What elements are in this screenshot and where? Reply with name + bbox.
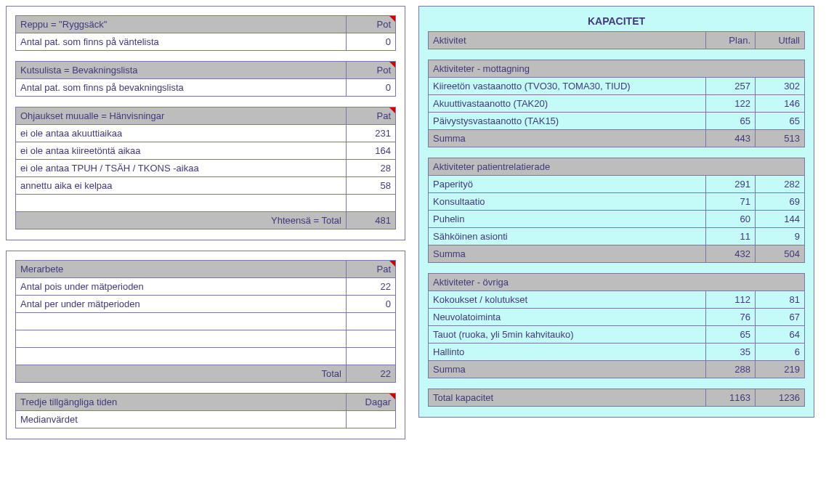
kap-sum-ut: 513 [756, 130, 805, 147]
kap-col-plan: Plan. [706, 32, 756, 49]
kap-total-ut: 1236 [756, 389, 805, 407]
kap-row-plan: 11 [706, 228, 756, 245]
kap-total-plan: 1163 [706, 389, 756, 407]
kap-row-plan: 65 [706, 326, 756, 344]
kap-row-plan: 65 [706, 113, 756, 130]
ohj-row-val: 58 [347, 177, 396, 195]
kapacitet-title: KAPACITET [428, 15, 805, 27]
table-kap-sec3: Aktiviteter - övriga Kokoukset / kolutuk… [428, 273, 805, 378]
kap-col-akt: Aktivitet [429, 32, 706, 49]
kap-row-label: Puhelin [429, 211, 706, 228]
kap-sum-plan: 443 [706, 130, 756, 147]
kap-row-ut: 6 [756, 344, 805, 361]
tredje-title: Tredje tillgängliga tiden [16, 394, 347, 411]
kap-row-plan: 122 [706, 95, 756, 113]
kap-sum-ut: 504 [756, 245, 805, 263]
tredje-col: Dagar [347, 394, 396, 411]
kap-sum-label: Summa [429, 130, 706, 147]
kap-row-label: Paperityö [429, 176, 706, 193]
table-kutsu: Kutsulista = Bevakningslista Pot Antal p… [15, 61, 396, 97]
kap-row-ut: 302 [756, 78, 805, 95]
ohj-col: Pat [347, 107, 396, 125]
kutsu-row-val: 0 [347, 79, 396, 97]
mer-row-val: 22 [347, 278, 396, 296]
kap-row-label: Tauot (ruoka, yli 5min kahvitauko) [429, 326, 706, 344]
kap-sum-label: Summa [429, 245, 706, 263]
kap-row-plan: 60 [706, 211, 756, 228]
table-mer: Merarbete Pat Antal pois under mätperiod… [15, 260, 396, 383]
kutsu-title: Kutsulista = Bevakningslista [16, 62, 347, 79]
ohj-total-label: Yhteensä = Total [16, 212, 347, 229]
table-reppu: Reppu = "Ryggsäck" Pot Antal pat. som fi… [15, 15, 396, 51]
table-kap-sec2: Aktiviteter patientrelatierade Paperityö… [428, 158, 805, 263]
kap-row-label: Akuuttivastaanotto (TAK20) [429, 95, 706, 113]
kap-row-label: Päivystysvastaanotto (TAK15) [429, 113, 706, 130]
kutsu-row-label: Antal pat. som finns på bevakningslista [16, 79, 347, 97]
kap-sum-ut: 219 [756, 361, 805, 378]
ohj-total-val: 481 [347, 212, 396, 229]
kap-row-label: Neuvolatoiminta [429, 309, 706, 326]
table-kap-header: Aktivitet Plan. Utfall [428, 31, 805, 49]
table-tredje: Tredje tillgängliga tiden Dagar Medianvä… [15, 393, 396, 428]
ohj-blank [16, 195, 347, 212]
reppu-row-label: Antal pat. som finns på väntelista [16, 33, 347, 51]
reppu-title: Reppu = "Ryggsäck" [16, 16, 347, 33]
tredje-row-label: Medianvärdet [16, 411, 347, 428]
ohj-row-label: ei ole antaa akuuttiaikaa [16, 125, 347, 142]
kap-total-label: Total kapacitet [429, 389, 706, 407]
kap-row-plan: 76 [706, 309, 756, 326]
kap-row-ut: 146 [756, 95, 805, 113]
panel-kapacitet: KAPACITET Aktivitet Plan. Utfall Aktivit… [418, 6, 814, 418]
kap-row-ut: 67 [756, 309, 805, 326]
table-kap-total: Total kapacitet 1163 1236 [428, 389, 805, 407]
kap-row-label: Konsultaatio [429, 193, 706, 211]
kap-sec-title: Aktiviteter - övriga [429, 274, 805, 291]
kap-row-label: Kokoukset / kolutukset [429, 291, 706, 309]
reppu-row-val: 0 [347, 33, 396, 51]
reppu-col: Pot [347, 16, 396, 33]
kap-sum-plan: 432 [706, 245, 756, 263]
mer-title: Merarbete [16, 261, 347, 278]
mer-total-val: 22 [347, 365, 396, 383]
kap-row-label: Hallinto [429, 344, 706, 361]
kap-row-plan: 71 [706, 193, 756, 211]
mer-total-label: Total [16, 365, 347, 383]
kap-row-ut: 282 [756, 176, 805, 193]
ohj-title: Ohjaukset muualle = Hänvisningar [16, 107, 347, 125]
kutsu-col: Pot [347, 62, 396, 79]
mer-row-val: 0 [347, 296, 396, 313]
kap-sec-title: Aktiviteter - mottagning [429, 60, 805, 78]
kap-row-ut: 81 [756, 291, 805, 309]
table-ohj: Ohjaukset muualle = Hänvisningar Pat ei … [15, 107, 396, 229]
mer-row-label: Antal pois under mätperioden [16, 278, 347, 296]
kap-row-label: Sähköinen asionti [429, 228, 706, 245]
ohj-row-label: ei ole antaa TPUH / TSÄH / TKONS -aikaa [16, 160, 347, 177]
kap-row-ut: 9 [756, 228, 805, 245]
kap-sum-label: Summa [429, 361, 706, 378]
ohj-row-val: 231 [347, 125, 396, 142]
ohj-row-label: annettu aika ei kelpaa [16, 177, 347, 195]
kap-row-ut: 64 [756, 326, 805, 344]
kap-row-ut: 65 [756, 113, 805, 130]
ohj-row-val: 28 [347, 160, 396, 177]
panel-top-left: Reppu = "Ryggsäck" Pot Antal pat. som fi… [6, 6, 405, 240]
kap-row-plan: 112 [706, 291, 756, 309]
kap-row-ut: 69 [756, 193, 805, 211]
kap-row-plan: 291 [706, 176, 756, 193]
kap-row-plan: 257 [706, 78, 756, 95]
ohj-row-val: 164 [347, 142, 396, 160]
kap-row-label: Kiireetön vastaanotto (TVO30, TOMA30, TI… [429, 78, 706, 95]
kap-row-ut: 144 [756, 211, 805, 228]
table-kap-sec1: Aktiviteter - mottagning Kiireetön vasta… [428, 60, 805, 147]
mer-col: Pat [347, 261, 396, 278]
tredje-row-val [347, 411, 396, 428]
panel-bottom-left: Merarbete Pat Antal pois under mätperiod… [6, 251, 405, 439]
kap-sec-title: Aktiviteter patientrelatierade [429, 158, 805, 176]
kap-col-ut: Utfall [756, 32, 805, 49]
ohj-row-label: ei ole antaa kiireetöntä aikaa [16, 142, 347, 160]
mer-row-label: Antal per under mätperioden [16, 296, 347, 313]
kap-row-plan: 35 [706, 344, 756, 361]
kap-sum-plan: 288 [706, 361, 756, 378]
